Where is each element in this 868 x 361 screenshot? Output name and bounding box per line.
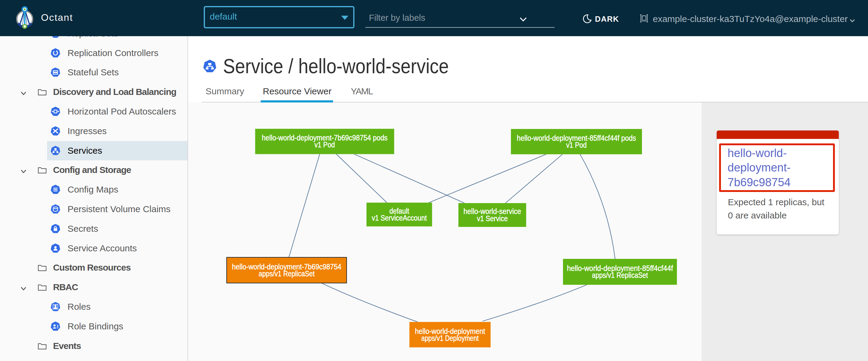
svg-text:v1 ServiceAccount: v1 ServiceAccount xyxy=(372,214,427,222)
svg-text:apps/v1 ReplicaSet: apps/v1 ReplicaSet xyxy=(258,269,315,278)
svg-text:apps/v1 Deployment: apps/v1 Deployment xyxy=(421,334,479,342)
svg-text:v1 Pod: v1 Pod xyxy=(566,140,587,150)
svg-text:Service / hello-world-service: Service / hello-world-service xyxy=(223,55,449,77)
svg-text:v1 Service: v1 Service xyxy=(477,214,507,223)
svg-text:v1 Pod: v1 Pod xyxy=(314,140,335,149)
svg-text:apps/v1 ReplicaSet: apps/v1 ReplicaSet xyxy=(592,271,648,280)
